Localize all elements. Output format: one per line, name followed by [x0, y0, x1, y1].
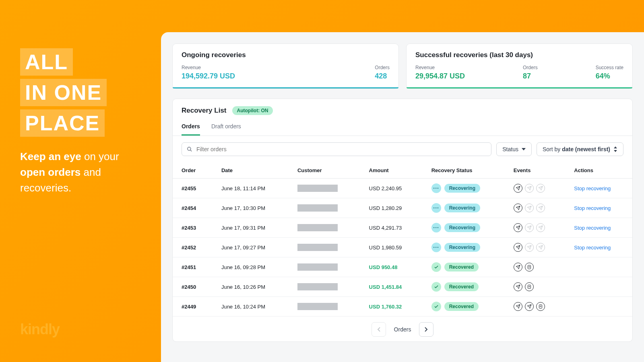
table-row[interactable]: #2453 June 17, 09:31 PM USD 4,291.73 ···… — [173, 218, 632, 238]
card-successful-recoveries: Successful recoveries (last 30 days) Rev… — [406, 43, 633, 89]
send-icon[interactable] — [514, 204, 522, 212]
stop-recovering-link[interactable]: Stop recovering — [574, 185, 611, 191]
table-row[interactable]: #2449 June 16, 10:24 PM USD 1,760.32 Rec… — [173, 297, 632, 317]
customer-cell — [289, 198, 360, 218]
ellipsis-icon: ··· — [431, 203, 441, 213]
tab-draft-orders[interactable]: Draft orders — [211, 119, 241, 136]
filter-orders-search[interactable] — [182, 142, 491, 156]
filter-orders-input[interactable] — [196, 146, 486, 152]
recovery-status-cell: ··· Recovering — [423, 179, 505, 198]
send-icon[interactable] — [514, 263, 522, 272]
status-pill: Recovering — [444, 223, 480, 232]
hero-sub-strong: open orders — [20, 166, 80, 178]
card-ongoing-recoveries: Ongoing recoveries Revenue 194,592.79 US… — [172, 43, 399, 89]
order-date: June 18, 11:14 PM — [213, 179, 289, 198]
customer-cell — [289, 179, 360, 198]
send-icon[interactable] — [525, 204, 534, 212]
send-icon[interactable] — [514, 223, 522, 232]
send-icon[interactable] — [536, 204, 545, 212]
send-icon[interactable] — [514, 282, 522, 291]
actions-cell: Stop recovering — [565, 198, 632, 218]
order-id: #2452 — [173, 238, 213, 257]
th-customer: Customer — [289, 162, 360, 179]
status-pill: Recovered — [444, 282, 479, 291]
tab-orders[interactable]: Orders — [182, 119, 200, 136]
customer-cell — [289, 218, 360, 238]
status-pill: Recovering — [444, 243, 480, 252]
send-icon[interactable] — [536, 223, 545, 232]
actions-cell — [565, 277, 632, 297]
send-icon[interactable] — [536, 184, 545, 193]
send-icon[interactable] — [525, 243, 534, 252]
actions-cell: Stop recovering — [565, 179, 632, 198]
order-id: #2449 — [173, 297, 213, 317]
actions-cell: Stop recovering — [565, 238, 632, 257]
order-amount: USD 1,451.84 — [360, 277, 423, 297]
order-date: June 16, 10:26 PM — [213, 277, 289, 297]
svg-point-0 — [188, 147, 191, 150]
customer-cell — [289, 257, 360, 277]
prev-page-button[interactable] — [372, 322, 386, 337]
stop-recovering-link[interactable]: Stop recovering — [574, 225, 611, 231]
send-icon[interactable] — [525, 302, 534, 311]
th-date: Date — [213, 162, 289, 179]
send-icon[interactable] — [514, 243, 522, 252]
send-icon[interactable] — [525, 223, 534, 232]
events-cell — [505, 277, 566, 297]
pagination-label: Orders — [390, 326, 415, 333]
customer-cell — [289, 297, 360, 317]
customer-cell — [289, 238, 360, 257]
events-cell — [505, 198, 566, 218]
send-icon[interactable] — [514, 302, 522, 311]
th-status: Recovery Status — [423, 162, 505, 179]
order-id: #2450 — [173, 277, 213, 297]
hero-line1: ALL — [20, 48, 73, 76]
order-date: June 17, 09:27 PM — [213, 238, 289, 257]
status-pill: Recovered — [444, 263, 479, 272]
hero-sub-strong: Keep an eye — [20, 150, 81, 162]
order-id: #2453 — [173, 218, 213, 238]
actions-cell — [565, 257, 632, 277]
svg-line-1 — [190, 150, 192, 152]
order-date: June 17, 09:31 PM — [213, 218, 289, 238]
recovery-status-cell: Recovered — [423, 277, 505, 297]
redacted-customer — [297, 303, 338, 310]
order-amount: USD 950.48 — [360, 257, 423, 277]
stop-recovering-link[interactable]: Stop recovering — [574, 245, 611, 251]
pagination: Orders — [173, 317, 632, 337]
stop-recovering-link[interactable]: Stop recovering — [574, 205, 611, 211]
document-icon[interactable] — [525, 263, 534, 272]
brand-logo: kindly — [20, 321, 141, 338]
status-pill: Recovering — [444, 184, 480, 193]
caret-down-icon — [522, 148, 526, 150]
actions-cell — [565, 297, 632, 317]
document-icon[interactable] — [536, 302, 545, 311]
redacted-customer — [297, 283, 338, 290]
table-row[interactable]: #2455 June 18, 11:14 PM USD 2,240.95 ···… — [173, 179, 632, 198]
table-row[interactable]: #2454 June 17, 10:30 PM USD 1,280.29 ···… — [173, 198, 632, 218]
ellipsis-icon: ··· — [431, 183, 441, 193]
table-row[interactable]: #2452 June 17, 09:27 PM USD 1,980.59 ···… — [173, 238, 632, 257]
table-row[interactable]: #2450 June 16, 10:26 PM USD 1,451.84 Rec… — [173, 277, 632, 297]
sort-button[interactable]: Sort by date (newest first) — [537, 142, 623, 156]
hero-line2: IN ONE — [20, 79, 107, 106]
send-icon[interactable] — [514, 184, 522, 193]
redacted-customer — [297, 185, 338, 192]
check-icon — [431, 262, 441, 272]
recovery-list-panel: Recovery List Autopilot: ON Orders Draft… — [172, 99, 633, 342]
th-amount: Amount — [360, 162, 423, 179]
events-cell — [505, 257, 566, 277]
send-icon[interactable] — [525, 184, 534, 193]
status-filter-button[interactable]: Status — [496, 142, 532, 156]
th-actions: Actions — [565, 162, 632, 179]
recovery-list-title: Recovery List — [182, 107, 227, 115]
check-icon — [431, 282, 441, 292]
order-date: June 17, 10:30 PM — [213, 198, 289, 218]
send-icon[interactable] — [536, 243, 545, 252]
autopilot-badge[interactable]: Autopilot: ON — [232, 106, 273, 115]
next-page-button[interactable] — [419, 322, 433, 337]
th-order: Order — [173, 162, 213, 179]
document-icon[interactable] — [525, 282, 534, 291]
metric-orders: Orders 428 — [375, 65, 390, 80]
table-row[interactable]: #2451 June 16, 09:28 PM USD 950.48 Recov… — [173, 257, 632, 277]
